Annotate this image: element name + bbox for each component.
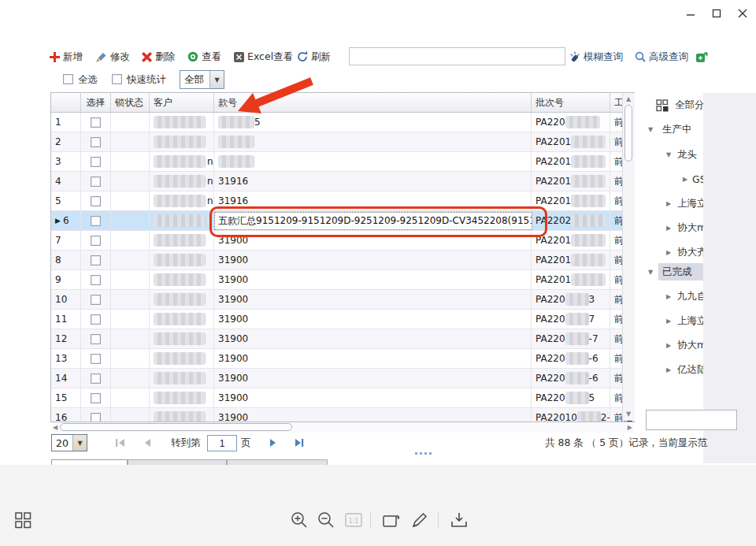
row-checkbox[interactable] (91, 314, 101, 325)
column-header-4[interactable]: 款号 (214, 93, 532, 112)
rotate-button[interactable] (383, 511, 402, 529)
tree-collapsed-icon[interactable]: ▶ (683, 176, 687, 183)
annotate-button[interactable] (410, 511, 429, 529)
scope-dropdown[interactable]: 全部 ▼ (180, 70, 224, 89)
scroll-left-icon[interactable]: ◀ (53, 425, 57, 431)
view-button[interactable]: 查看 (187, 48, 221, 65)
tree-collapsed-icon[interactable]: ▶ (666, 366, 671, 373)
table-row[interactable]: 4n31916PA2201前道 (51, 172, 634, 191)
last-page-button[interactable] (293, 436, 304, 451)
chevron-down-icon[interactable]: ▼ (72, 435, 87, 451)
row-checkbox[interactable] (91, 236, 101, 246)
select-cell[interactable] (81, 191, 111, 210)
actual-size-button[interactable]: 1:1 (344, 511, 363, 529)
zoom-out-button[interactable] (317, 511, 335, 529)
row-checkbox[interactable] (91, 334, 101, 344)
tree-item-生产中[interactable]: ▼生产中 (636, 121, 703, 138)
search-input[interactable] (349, 47, 565, 65)
horizontal-scrollbar-thumb[interactable] (60, 423, 292, 431)
table-row[interactable]: 1231900PA220-7前道 (51, 329, 634, 349)
column-header-3[interactable]: 客户 (150, 93, 214, 112)
table-row[interactable]: 2PA2201前道 (51, 132, 634, 152)
edit-button[interactable]: 修改 (96, 48, 130, 65)
table-row[interactable]: 1131900PA2207前道 (51, 310, 634, 329)
select-cell[interactable] (81, 349, 111, 368)
tree-item-上海立[interactable]: ▶上海立 (636, 195, 703, 212)
select-cell[interactable] (81, 113, 111, 132)
scroll-up-icon[interactable]: ▲ (626, 96, 631, 102)
table-row[interactable]: 15PA220前道 (51, 113, 634, 132)
select-cell[interactable] (81, 172, 111, 191)
tree-item-上海立[interactable]: ▶上海立 (636, 312, 703, 329)
tree-item-协大齐[interactable]: ▶协大齐 (636, 243, 703, 261)
first-page-button[interactable] (115, 436, 126, 451)
tree-collapsed-icon[interactable]: ▶ (666, 293, 671, 300)
page-number-input[interactable] (207, 435, 237, 451)
tree-collapsed-icon[interactable]: ▶ (666, 342, 671, 349)
table-row[interactable]: 1031900PA2203前道 (51, 290, 634, 310)
tree-expanded-icon[interactable]: ▼ (648, 126, 653, 133)
tree-item-已完成[interactable]: ▼已完成 (636, 263, 703, 280)
select-all-checkbox[interactable] (63, 74, 73, 84)
table-row[interactable]: 1431900PA220-6前道 (51, 369, 634, 388)
next-page-button[interactable] (267, 436, 278, 451)
tree-item-全部分[interactable]: 全部分 (636, 96, 703, 113)
table-row[interactable]: 5n31916PA2201前道 (51, 191, 634, 211)
row-checkbox[interactable] (91, 255, 101, 266)
table-row[interactable]: 五款汇总9151209-9151209D-9251209-9251209D-CV… (51, 211, 634, 231)
tree-expanded-icon[interactable]: ▼ (666, 151, 671, 158)
column-header-2[interactable]: 锁状态 (111, 93, 150, 112)
scroll-down-icon[interactable]: ▼ (626, 411, 631, 418)
table-row[interactable]: 1631900PA220102-5前道 (51, 408, 634, 422)
select-cell[interactable] (81, 329, 111, 348)
row-checkbox[interactable] (91, 157, 101, 167)
export-button[interactable] (696, 48, 708, 65)
select-cell[interactable] (81, 270, 111, 289)
select-cell[interactable] (81, 388, 111, 407)
delete-button[interactable]: 删除 (142, 48, 175, 65)
zoom-in-button[interactable] (290, 511, 309, 529)
select-cell[interactable] (81, 310, 111, 329)
select-cell[interactable] (81, 132, 111, 151)
select-cell[interactable] (81, 152, 111, 171)
row-checkbox[interactable] (91, 413, 101, 423)
select-cell[interactable] (81, 408, 111, 422)
table-row[interactable]: 931900PA2201前道 (51, 270, 634, 290)
column-header-1[interactable]: 选择 (81, 93, 111, 112)
splitter-dots[interactable] (415, 452, 432, 455)
vertical-scrollbar-thumb[interactable] (624, 105, 632, 162)
add-button[interactable]: 新增 (50, 48, 83, 65)
tree-item-龙头[interactable]: ▼龙头 (636, 146, 703, 163)
tree-item-协大m[interactable]: ▶协大m (636, 336, 703, 354)
close-button[interactable] (732, 5, 753, 22)
select-cell[interactable] (81, 369, 111, 388)
row-checkbox[interactable] (91, 393, 101, 403)
tree-collapsed-icon[interactable]: ▶ (666, 225, 671, 232)
table-row[interactable]: 1331900PA220-6前道 (51, 349, 634, 369)
column-header-0[interactable] (51, 93, 81, 112)
column-header-5[interactable]: 批次号 (532, 93, 610, 112)
tree-item-协大m[interactable]: ▶协大m (636, 219, 703, 236)
row-checkbox[interactable] (91, 117, 101, 128)
tree-expanded-icon[interactable]: ▼ (648, 269, 653, 276)
sidebar-input[interactable] (646, 410, 737, 430)
table-row[interactable]: 731900PA2201前道 (51, 231, 634, 251)
select-cell[interactable] (81, 290, 111, 309)
prev-page-button[interactable] (142, 436, 153, 451)
row-checkbox[interactable] (91, 373, 101, 384)
row-checkbox[interactable] (91, 196, 101, 206)
tree-item-九九自[interactable]: ▶九九自 (636, 288, 703, 305)
tree-item-GS[interactable]: ▶GS (636, 170, 703, 188)
maximize-button[interactable] (706, 5, 727, 22)
minimize-button[interactable] (680, 5, 701, 22)
gallery-button[interactable] (13, 511, 32, 529)
download-button[interactable] (450, 511, 469, 529)
excel-view-button[interactable]: Excel查看 (234, 48, 293, 65)
fuzzy-query-button[interactable]: 模糊查询 (569, 48, 623, 65)
row-checkbox[interactable] (91, 176, 101, 187)
row-checkbox[interactable] (91, 275, 101, 285)
select-cell[interactable] (81, 211, 111, 230)
refresh-button[interactable]: 刷新 (297, 48, 331, 65)
table-row[interactable]: 1531900PA2205前道 (51, 388, 634, 408)
quick-stats-checkbox[interactable] (112, 74, 122, 84)
